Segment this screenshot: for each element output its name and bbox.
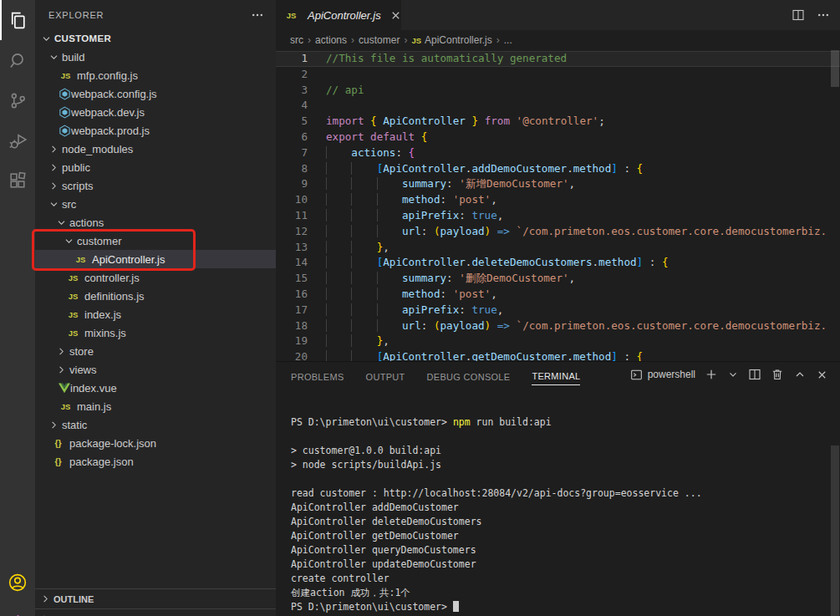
activity-bar-item-extensions[interactable] — [0, 160, 35, 201]
terminal-line[interactable]: PS D:\primeton\ui\customer> npm run buil… — [291, 415, 830, 430]
terminal-line[interactable]: PS D:\primeton\ui\customer> — [291, 600, 830, 614]
split-editor-icon[interactable] — [792, 8, 805, 22]
tree-item-mfp-config-js[interactable]: JSmfp.config.js — [35, 66, 276, 84]
code-line-12[interactable]: 12 url: (payload) => `/com.primeton.eos.… — [276, 224, 840, 240]
tree-item-mixins-js[interactable]: JSmixins.js — [35, 323, 276, 342]
tree-item-package-json[interactable]: {}package.json — [35, 452, 276, 471]
line-number: 4 — [276, 98, 326, 114]
tree-item-customer[interactable]: CUSTOMER — [35, 29, 276, 48]
tree-item-definitions-js[interactable]: JSdefinitions.js — [35, 287, 276, 305]
code-line-9[interactable]: 9 summary: '新增DemoCustomer', — [276, 176, 840, 192]
code-line-10[interactable]: 10 method: 'post', — [276, 192, 840, 208]
terminal-line[interactable] — [291, 430, 830, 444]
terminal-line[interactable]: ApiController deleteDemoCustomers — [291, 515, 830, 529]
terminal-line[interactable]: 创建action 成功，共:1个 — [291, 586, 830, 600]
chevron-right-icon — [38, 593, 52, 605]
code-line-15[interactable]: 15 summary: '删除DemoCustomer', — [276, 271, 840, 287]
activity-bar-item-run-and-debug[interactable] — [0, 120, 35, 160]
panel-tab-output[interactable]: OUTPUT — [366, 364, 405, 385]
terminal-line[interactable]: ApiController updateDemoCustomer — [291, 557, 830, 572]
new-terminal-icon[interactable] — [705, 368, 718, 381]
editor-scrollbar[interactable] — [831, 50, 839, 87]
tree-item-webpack-dev-js[interactable]: webpack.dev.js — [35, 103, 276, 121]
js-file-icon: JS — [59, 402, 73, 411]
tree-item-package-lock-json[interactable]: {}package-lock.json — [35, 434, 276, 452]
tree-item-actions[interactable]: actions — [35, 213, 276, 232]
js-file-icon: JS — [66, 292, 80, 301]
terminal-output[interactable]: PS D:\primeton\ui\customer> npm run buil… — [276, 387, 830, 616]
code-line-14[interactable]: 14 [ApiController.deleteDemoCustomers.me… — [276, 255, 840, 271]
activity-bar-item-search[interactable] — [0, 40, 35, 80]
tree-item-index-js[interactable]: JSindex.js — [35, 305, 276, 323]
tree-item-main-js[interactable]: JSmain.js — [35, 397, 276, 415]
tree-item-controller-js[interactable]: JScontroller.js — [35, 268, 276, 287]
activity-bar-item-manage[interactable] — [0, 601, 35, 616]
tree-item-apicontroller-js[interactable]: JSApiController.js — [35, 250, 276, 268]
activity-bar-item-explorer[interactable] — [0, 0, 35, 40]
breadcrumb-item-src[interactable]: src — [290, 34, 303, 46]
kill-terminal-icon[interactable] — [771, 368, 784, 381]
terminal-line[interactable]: > customer@1.0.0 build:api — [291, 444, 830, 458]
code-line-8[interactable]: 8 [ApiController.addDemoCustomer.method]… — [276, 161, 840, 177]
more-actions-icon[interactable] — [251, 8, 264, 22]
terminal-line[interactable] — [291, 472, 830, 486]
tree-item-webpack-config-js[interactable]: webpack.config.js — [35, 84, 276, 103]
tree-item-index-vue[interactable]: index.vue — [35, 379, 276, 397]
tree-item-store[interactable]: store — [35, 342, 276, 360]
shell-selector[interactable]: powershell — [630, 369, 695, 381]
close-tab-icon[interactable] — [389, 9, 402, 22]
code-line-5[interactable]: 5import { ApiController } from '@control… — [276, 114, 840, 130]
terminal-line[interactable]: ApiController getDemoCustomer — [291, 529, 830, 543]
code-line-1[interactable]: 1//This file is automatically generated — [276, 51, 840, 67]
tree-item-build[interactable]: build — [35, 48, 276, 66]
tree-item-webpack-prod-js[interactable]: webpack.prod.js — [35, 121, 276, 140]
terminal-line[interactable]: ApiController queryDemoCustomers — [291, 543, 830, 557]
terminal-line[interactable]: read customer : http://localhost:28084/v… — [291, 486, 830, 501]
tree-item-customer[interactable]: customer — [35, 232, 276, 250]
breadcrumb-item-apicontroller-js[interactable]: JSApiController.js — [411, 34, 491, 46]
code-line-17[interactable]: 17 apiPrefix: true, — [276, 303, 840, 318]
outline-section[interactable]: OUTLINE — [35, 588, 276, 608]
code-line-2[interactable]: 2 — [276, 67, 840, 83]
panel-tab-terminal[interactable]: TERMINAL — [532, 364, 580, 385]
code-line-13[interactable]: 13 }, — [276, 240, 840, 256]
code-line-6[interactable]: 6export default { — [276, 130, 840, 145]
terminal-line[interactable]: > node scripts/buildApi.js — [291, 458, 830, 472]
js-file-icon: JS — [74, 255, 88, 264]
tree-item-label: main.js — [77, 400, 111, 413]
panel-tab-problems[interactable]: PROBLEMS — [291, 364, 344, 385]
tab-apicontroller[interactable]: JS ApiController.js — [276, 0, 401, 30]
breadcrumb-item--[interactable]: ... — [504, 34, 512, 46]
code-line-11[interactable]: 11 apiPrefix: true, — [276, 208, 840, 224]
files-icon — [8, 10, 28, 31]
maximize-panel-icon[interactable] — [793, 368, 807, 381]
code-line-19[interactable]: 19 }, — [276, 333, 840, 349]
close-panel-icon[interactable] — [816, 369, 828, 381]
terminal-scrollbar[interactable] — [831, 445, 839, 616]
timeline-section[interactable]: TIMELINE — [35, 608, 276, 616]
activity-bar-item-account[interactable] — [0, 563, 35, 603]
code-line-18[interactable]: 18 url: (payload) => `/com.primeton.eos.… — [276, 318, 840, 334]
code-line-3[interactable]: 3// api — [276, 83, 840, 99]
terminal-line[interactable]: create controller — [291, 572, 830, 586]
code-line-20[interactable]: 20 [ApiController.getDemoCustomer.method… — [276, 349, 840, 362]
code-line-text: apiPrefix: true, — [326, 208, 840, 224]
panel-tab-debug-console[interactable]: DEBUG CONSOLE — [427, 364, 511, 385]
tree-item-views[interactable]: views — [35, 360, 276, 379]
code-line-4[interactable]: 4 — [276, 98, 840, 114]
split-terminal-icon[interactable] — [748, 368, 761, 381]
breadcrumb-item-actions[interactable]: actions — [315, 34, 347, 46]
terminal-picker-icon[interactable] — [727, 369, 739, 380]
code-line-7[interactable]: 7 actions: { — [276, 145, 840, 161]
more-actions-icon[interactable] — [817, 8, 830, 22]
breadcrumb-item-customer[interactable]: customer — [359, 34, 400, 46]
terminal-line[interactable]: ApiController addDemoCustomer — [291, 501, 830, 515]
tree-item-public[interactable]: public — [35, 158, 276, 176]
tree-item-static[interactable]: static — [35, 415, 276, 434]
activity-bar-item-source-control[interactable] — [0, 80, 35, 120]
tree-item-scripts[interactable]: scripts — [35, 176, 276, 195]
code-editor[interactable]: 1//This file is automatically generated2… — [276, 50, 840, 362]
tree-item-node-modules[interactable]: node_modules — [35, 140, 276, 158]
tree-item-src[interactable]: src — [35, 195, 276, 213]
code-line-16[interactable]: 16 method: 'post', — [276, 287, 840, 303]
